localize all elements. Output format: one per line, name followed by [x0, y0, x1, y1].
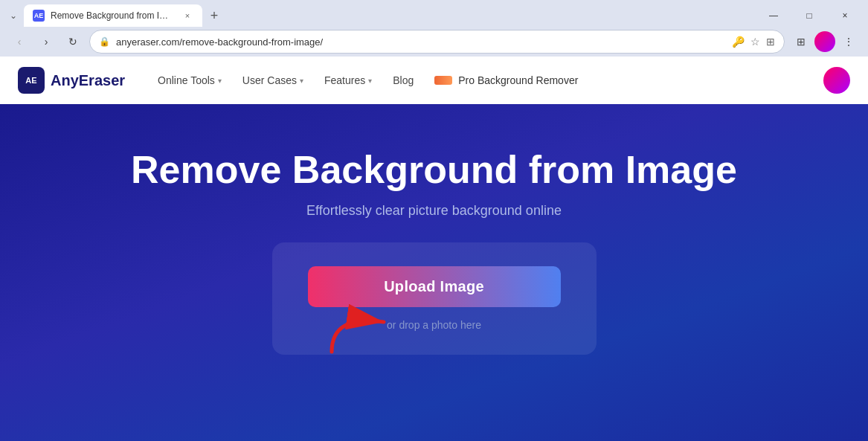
refresh-button[interactable]: ↻ [62, 31, 83, 52]
close-button[interactable]: × [828, 4, 862, 27]
tab-bar: ⌄ AE Remove Background from Imac... × + … [0, 0, 868, 27]
maximize-button[interactable]: □ [792, 4, 826, 27]
user-cases-label: User Cases [242, 74, 297, 86]
pro-label: Pro Background Remover [458, 74, 578, 86]
key-icon: 🔑 [732, 36, 745, 48]
online-tools-label: Online Tools [158, 74, 215, 86]
nav-item-blog[interactable]: Blog [384, 68, 422, 92]
minimize-button[interactable]: — [756, 4, 791, 27]
arrow-icon [317, 300, 406, 359]
hero-subtitle: Effortlessly clear picture background on… [306, 203, 562, 219]
nav-user-avatar[interactable] [823, 67, 850, 94]
lock-icon: 🔒 [99, 36, 110, 47]
nav-item-features[interactable]: Features ▾ [315, 68, 381, 92]
toolbar-icons: ⊞ ⋮ [791, 31, 859, 52]
nav-item-pro[interactable]: Pro Background Remover [425, 68, 587, 92]
active-tab[interactable]: AE Remove Background from Imac... × [24, 4, 202, 27]
nav-item-online-tools[interactable]: Online Tools ▾ [149, 68, 231, 92]
star-icon[interactable]: ☆ [750, 36, 760, 48]
user-avatar[interactable] [814, 31, 835, 52]
logo-area[interactable]: AE AnyEraser [18, 67, 125, 94]
site-nav: AE AnyEraser Online Tools ▾ User Cases ▾… [0, 57, 868, 104]
chevron-down-icon: ▾ [368, 77, 372, 85]
website: AE AnyEraser Online Tools ▾ User Cases ▾… [0, 57, 868, 441]
chevron-down-icon: ▾ [218, 77, 222, 85]
hero-section: Remove Background from Image Effortlessl… [0, 104, 868, 441]
tab-favicon: AE [33, 10, 45, 22]
logo-icon: AE [18, 67, 45, 94]
forward-button[interactable]: › [36, 31, 57, 52]
address-bar-icons: 🔑 ☆ ⊞ [732, 36, 775, 48]
tab-list-button[interactable]: ⌄ [6, 8, 21, 23]
address-bar[interactable]: 🔒 anyeraser.com/remove-background-from-i… [89, 30, 785, 54]
arrow-indicator [317, 300, 406, 362]
logo-text: AnyEraser [51, 72, 125, 89]
nav-items: Online Tools ▾ User Cases ▾ Features ▾ B… [149, 68, 823, 92]
window-controls: — □ × [756, 4, 862, 27]
address-text: anyeraser.com/remove-background-from-ima… [116, 36, 726, 48]
browser-toolbar: ‹ › ↻ 🔒 anyeraser.com/remove-background-… [0, 27, 868, 57]
extensions-button[interactable]: ⊞ [791, 31, 811, 52]
extensions-icon[interactable]: ⊞ [766, 36, 775, 48]
back-button[interactable]: ‹ [9, 31, 30, 52]
features-label: Features [324, 74, 365, 86]
hero-title: Remove Background from Image [131, 149, 737, 191]
upload-area: Upload Image or drop a photo here [272, 242, 597, 355]
pro-icon [434, 76, 452, 85]
browser-chrome: ⌄ AE Remove Background from Imac... × + … [0, 0, 868, 57]
new-tab-button[interactable]: + [205, 7, 223, 25]
tab-title: Remove Background from Imac... [51, 10, 176, 21]
chevron-down-icon: ▾ [300, 77, 303, 85]
nav-item-user-cases[interactable]: User Cases ▾ [234, 68, 312, 92]
menu-button[interactable]: ⋮ [838, 31, 859, 52]
tab-close-button[interactable]: × [181, 10, 193, 22]
